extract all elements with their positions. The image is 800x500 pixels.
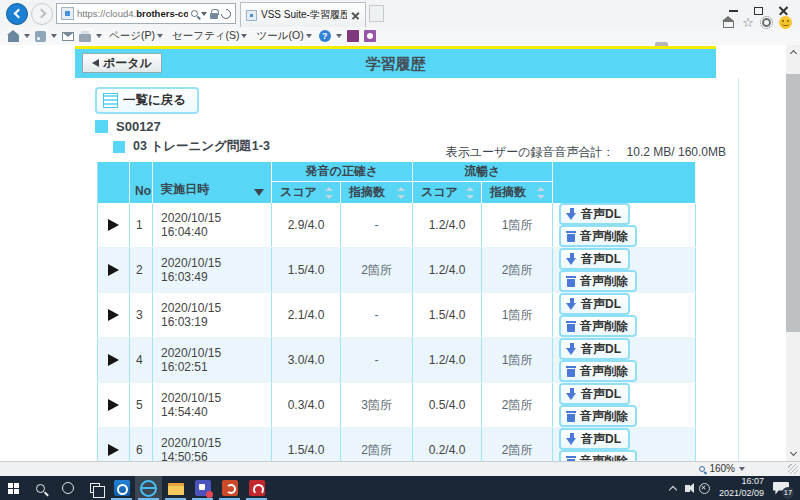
onenote-icon[interactable] (347, 30, 359, 42)
resize-grip (788, 464, 798, 474)
feedback-smiley-icon[interactable] (779, 16, 792, 29)
taskbar-search-button[interactable] (27, 476, 54, 500)
url-text: https://cloud4.brothers-co.com/Home/GrpR… (77, 8, 188, 19)
taskbar-acrobat[interactable] (243, 476, 270, 500)
browser-status-bar: 160% (0, 461, 800, 476)
rss-caret-icon[interactable] (51, 34, 57, 38)
download-icon (566, 253, 577, 265)
taskbar-outlook[interactable] (108, 476, 135, 500)
search-icon[interactable] (191, 10, 198, 17)
play-button[interactable] (108, 354, 119, 366)
gear-icon[interactable] (762, 18, 771, 27)
system-tray: 16:07 2021/02/09 17 (670, 476, 800, 500)
play-icon (108, 264, 119, 276)
download-icon (566, 388, 577, 400)
tab-close-icon[interactable] (351, 11, 360, 20)
help-icon[interactable] (319, 30, 331, 42)
bullet-square-icon (113, 141, 125, 153)
column-datetime[interactable]: 実施日時 (153, 162, 272, 203)
list-icon (103, 93, 118, 108)
search-icon (36, 484, 45, 493)
back-to-list-button[interactable]: 一覧に戻る (95, 87, 199, 114)
address-bar[interactable]: https://cloud4.brothers-co.com/Home/GrpR… (56, 3, 236, 24)
column-flu-count[interactable]: 指摘数 (482, 181, 553, 203)
page-menu[interactable]: ページ(P) (107, 29, 165, 43)
play-button[interactable] (108, 264, 119, 276)
student-id: S00127 (116, 119, 161, 134)
address-dropdown-caret-icon[interactable] (201, 12, 207, 16)
home-caret-icon[interactable] (24, 34, 30, 38)
read-mail-icon[interactable] (62, 32, 74, 41)
zoom-caret-icon[interactable] (739, 467, 745, 471)
fluency-count: 1箇所 (482, 338, 553, 383)
scroll-down-button[interactable] (786, 446, 800, 461)
audio-delete-button[interactable]: 音声削除 (559, 360, 637, 382)
favorites-star-icon[interactable]: ☆ (742, 16, 754, 29)
back-to-list-label: 一覧に戻る (123, 92, 186, 109)
taskbar-powerpoint[interactable] (216, 476, 243, 500)
column-pron-score[interactable]: スコア (272, 181, 341, 203)
forward-button[interactable] (31, 3, 53, 25)
safety-menu[interactable]: セーフティ(S) (170, 29, 249, 43)
pronunciation-score: 2.1/4.0 (272, 293, 341, 338)
tray-chevron-icon[interactable] (669, 485, 677, 493)
folder-icon (168, 483, 184, 495)
scroll-up-button[interactable] (786, 45, 800, 60)
start-button[interactable] (0, 476, 27, 500)
scrollbar-thumb[interactable] (786, 74, 800, 332)
play-button[interactable] (108, 309, 119, 321)
play-icon (108, 219, 119, 231)
audio-download-button[interactable]: 音声DL (559, 293, 630, 315)
send-to-onenote-icon[interactable] (364, 30, 376, 42)
play-button[interactable] (108, 444, 119, 456)
audio-delete-button[interactable]: 音声削除 (559, 225, 637, 247)
play-button[interactable] (108, 399, 119, 411)
sort-icon (537, 187, 545, 199)
column-flu-score[interactable]: スコア (413, 181, 482, 203)
browser-tab[interactable]: VSS Suite-学習履歴 (240, 2, 366, 27)
volume-icon[interactable] (685, 485, 690, 492)
tools-menu[interactable]: ツール(O) (254, 29, 313, 43)
new-tab-button[interactable] (369, 5, 384, 22)
vertical-scrollbar[interactable] (786, 45, 800, 461)
home-page-icon[interactable] (723, 21, 734, 28)
refresh-icon[interactable] (219, 6, 233, 20)
audio-download-button[interactable]: 音声DL (559, 428, 630, 450)
taskbar-clock[interactable]: 16:07 2021/02/09 (719, 476, 764, 499)
tab-favicon-icon (246, 10, 257, 21)
rss-feed-icon[interactable] (35, 31, 46, 42)
taskbar-teams[interactable] (189, 476, 216, 500)
cortana-button[interactable] (54, 476, 81, 500)
acrobat-icon (249, 480, 265, 496)
audio-delete-button[interactable]: 音声削除 (559, 405, 637, 427)
task-view-button[interactable] (81, 476, 108, 500)
audio-download-button[interactable]: 音声DL (559, 338, 630, 360)
row-datetime: 2020/10/15 16:02:51 (153, 338, 272, 383)
back-button[interactable] (6, 3, 28, 25)
help-caret-icon[interactable] (336, 34, 342, 38)
print-caret-icon[interactable] (96, 34, 102, 38)
play-icon (108, 399, 119, 411)
table-row: 1 2020/10/15 16:04:40 2.9/4.0 - 1.2/4.0 … (98, 203, 696, 248)
taskbar-internet-explorer[interactable] (135, 476, 162, 500)
play-icon (108, 354, 119, 366)
taskbar-file-explorer[interactable] (162, 476, 189, 500)
audio-download-button[interactable]: 音声DL (559, 203, 630, 225)
home-icon[interactable] (8, 35, 19, 42)
task-view-icon (90, 483, 100, 493)
zoom-level: 160% (709, 463, 735, 474)
audio-delete-button[interactable]: 音声削除 (559, 270, 637, 292)
action-center-button[interactable]: 17 (773, 482, 789, 495)
print-icon[interactable] (79, 34, 91, 42)
tray-status-icon[interactable] (699, 483, 710, 494)
audio-download-button[interactable]: 音声DL (559, 248, 630, 270)
fluency-count: 1箇所 (482, 293, 553, 338)
audio-delete-button[interactable]: 音声削除 (559, 315, 637, 337)
trash-icon (566, 320, 576, 332)
student-id-row: S00127 (95, 119, 161, 134)
play-button[interactable] (108, 219, 119, 231)
pronunciation-score: 2.9/4.0 (272, 203, 341, 248)
zoom-control[interactable]: 160% (699, 463, 745, 474)
audio-download-button[interactable]: 音声DL (559, 383, 630, 405)
column-pron-count[interactable]: 指摘数 (341, 181, 413, 203)
